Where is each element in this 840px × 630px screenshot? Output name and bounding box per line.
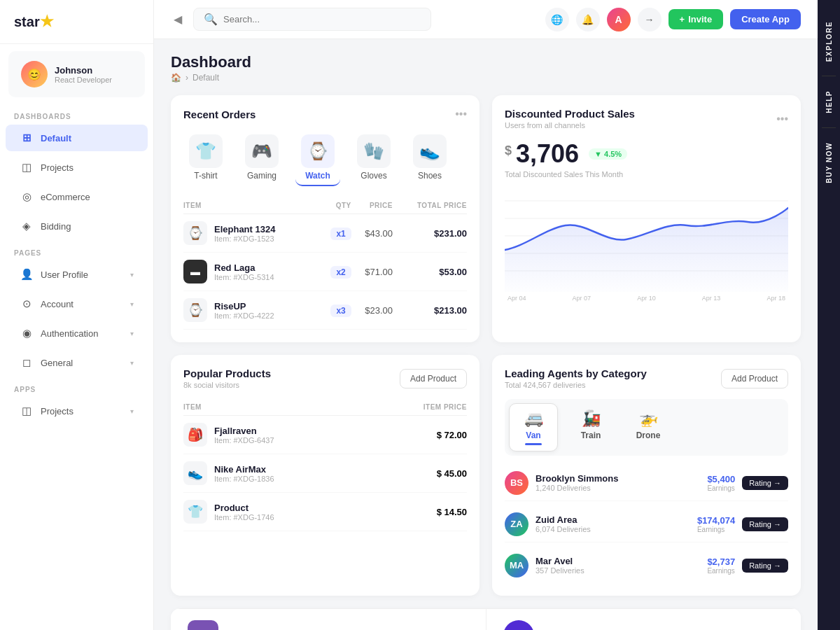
- plus-icon: +: [680, 14, 685, 24]
- tab-gloves[interactable]: 🧤 Gloves: [351, 130, 396, 186]
- sidebar-item-user-profile[interactable]: 👤 User Profile ▾: [6, 261, 148, 288]
- sidebar-collapse-button[interactable]: ◀: [171, 10, 185, 29]
- agent-earnings-block: $174,074 Earnings: [697, 515, 735, 533]
- recent-orders-card: Recent Orders ••• 👕 T-shirt 🎮 Gaming ⌚: [171, 95, 479, 342]
- sidebar-item-label: User Profile: [41, 270, 88, 280]
- x-label: Apr 13: [702, 295, 721, 302]
- tab-van[interactable]: 🚐 Van: [509, 403, 558, 451]
- item-name: Elephant 1324: [214, 224, 275, 234]
- notification-icon-button[interactable]: 🔔: [576, 8, 600, 31]
- bootstrap-banner-text: Bootstrap 5: [228, 626, 314, 631]
- stat-value: 3,706: [516, 139, 579, 169]
- order-tabs: 👕 T-shirt 🎮 Gaming ⌚ Watch 🧤 Gloves: [183, 130, 467, 186]
- tab-train[interactable]: 🚂 Train: [566, 403, 615, 451]
- discounted-sales-header: Discounted Product Sales Users from all …: [505, 108, 788, 130]
- watch-icon: ⌚: [301, 134, 335, 168]
- item-cell: 👟 Nike AirMax Item: #XDG-1836: [183, 461, 375, 485]
- right-strip: Explore Help Buy now: [818, 0, 840, 630]
- sales-chart: [505, 187, 788, 292]
- home-icon: 🏠: [171, 73, 181, 83]
- header-avatar[interactable]: A: [607, 8, 631, 31]
- table-row: 👟 Nike AirMax Item: #XDG-1836 $ 45.00: [183, 454, 467, 493]
- tab-gaming-label: Gaming: [247, 171, 276, 181]
- chevron-down-icon: ▾: [130, 407, 134, 415]
- add-product-agents-button[interactable]: Add Product: [721, 369, 788, 388]
- sidebar-item-general[interactable]: ◻ General ▾: [6, 349, 148, 376]
- tab-van-label: Van: [526, 430, 540, 440]
- sidebar-item-authentication[interactable]: ◉ Authentication ▾: [6, 320, 148, 346]
- tab-gloves-label: Gloves: [360, 171, 386, 181]
- sidebar-item-default[interactable]: ⊞ Default: [6, 125, 148, 151]
- chevron-down-icon: ▾: [130, 300, 134, 308]
- price-val: $71.00: [365, 267, 393, 277]
- tshirt-icon: 👕: [189, 134, 223, 168]
- tab-tshirt-label: T-shirt: [194, 171, 217, 181]
- tab-shoes-label: Shoes: [418, 171, 442, 181]
- search-input[interactable]: [223, 14, 421, 24]
- invite-label: Invite: [688, 14, 712, 24]
- page-title: Dashboard: [171, 53, 251, 71]
- sidebar-item-ecommerce[interactable]: ◎ eCommerce: [6, 183, 148, 210]
- invite-button[interactable]: + Invite: [668, 9, 724, 29]
- agent-info: Brooklyn Simmons 1,240 Deliveries: [536, 473, 618, 492]
- agent-name: Brooklyn Simmons: [536, 473, 618, 484]
- explore-label[interactable]: Explore: [825, 14, 833, 69]
- discounted-sales-card: Discounted Product Sales Users from all …: [492, 95, 801, 342]
- sidebar-item-label: Bidding: [41, 221, 71, 232]
- list-item: ZA Zuid Area 6,074 Deliveries $174,074 E…: [505, 507, 788, 542]
- card-menu-icon[interactable]: •••: [455, 108, 467, 120]
- item-id: Item: #XDG-5314: [214, 273, 274, 281]
- chevron-down-icon: ▾: [130, 271, 134, 279]
- item-id: Item: #XDG-4222: [214, 312, 274, 320]
- chevron-down-icon: ▾: [130, 359, 134, 367]
- rating-button[interactable]: Rating →: [742, 559, 788, 573]
- help-label[interactable]: Help: [825, 83, 833, 120]
- tab-watch[interactable]: ⌚ Watch: [295, 130, 340, 186]
- sidebar-item-label: Account: [41, 299, 74, 309]
- tab-gaming[interactable]: 🎮 Gaming: [239, 130, 284, 186]
- col-item: ITEM: [183, 197, 321, 214]
- bootstrap-banner: B Bootstrap 5: [171, 608, 486, 631]
- discounted-sales-title: Discounted Product Sales: [505, 108, 635, 120]
- search-bar[interactable]: 🔍: [193, 8, 431, 31]
- qty-badge: x2: [330, 266, 351, 279]
- x-label: Apr 18: [766, 295, 785, 302]
- drone-icon: 🚁: [639, 410, 658, 428]
- avatar: 😊: [21, 61, 48, 88]
- agent-avatar: BS: [505, 471, 528, 495]
- agent-tabs: 🚐 Van 🚂 Train 🚁 Drone: [505, 399, 788, 456]
- agent-name: Mar Avel: [536, 556, 584, 566]
- pages-section-label: PAGES: [0, 241, 153, 260]
- col-item: ITEM: [183, 399, 375, 416]
- x-label: Apr 04: [507, 295, 526, 302]
- tab-underline: [640, 443, 657, 445]
- sidebar-logo: star★: [0, 0, 153, 44]
- user-profile-card[interactable]: 😊 Johnson React Developer: [8, 51, 145, 97]
- apps-section-label: APPS: [0, 377, 153, 396]
- create-app-button[interactable]: Create App: [730, 9, 801, 29]
- leading-agents-header: Leading Agents by Category Total 424,567…: [505, 368, 788, 389]
- rating-button[interactable]: Rating →: [742, 476, 788, 490]
- table-row: ⌚ RiseUP Item: #XDG-4222 x3 $23.00 $213.…: [183, 291, 467, 330]
- add-product-button[interactable]: Add Product: [400, 369, 467, 388]
- sidebar-item-account[interactable]: ⊙ Account ▾: [6, 290, 148, 317]
- item-cell: ▬ Red Laga Item: #XDG-5314: [183, 260, 321, 284]
- product-price: $ 72.00: [375, 416, 467, 454]
- general-icon: ◻: [20, 356, 34, 369]
- sidebar-item-label: Projects: [41, 162, 74, 173]
- globe-icon-button[interactable]: 🌐: [545, 8, 569, 31]
- sidebar-item-projects-dash[interactable]: ◫ Projects: [6, 154, 148, 181]
- rating-button[interactable]: Rating →: [742, 517, 788, 531]
- card-menu-icon[interactable]: •••: [776, 113, 788, 125]
- agent-avatar: MA: [505, 554, 528, 578]
- agent-earnings: $2,737: [707, 556, 735, 567]
- tab-tshirt[interactable]: 👕 T-shirt: [183, 130, 228, 186]
- arrow-right-icon-button[interactable]: →: [638, 8, 662, 31]
- user-name: Johnson: [55, 65, 112, 76]
- tab-drone[interactable]: 🚁 Drone: [624, 403, 673, 451]
- sidebar-item-projects-apps[interactable]: ◫ Projects ▾: [6, 398, 148, 424]
- sidebar-item-bidding[interactable]: ◈ Bidding: [6, 213, 148, 239]
- tab-shoes[interactable]: 👟 Shoes: [407, 130, 452, 186]
- buy-now-label[interactable]: Buy now: [825, 135, 833, 190]
- bootstrap-icon: B: [188, 620, 218, 631]
